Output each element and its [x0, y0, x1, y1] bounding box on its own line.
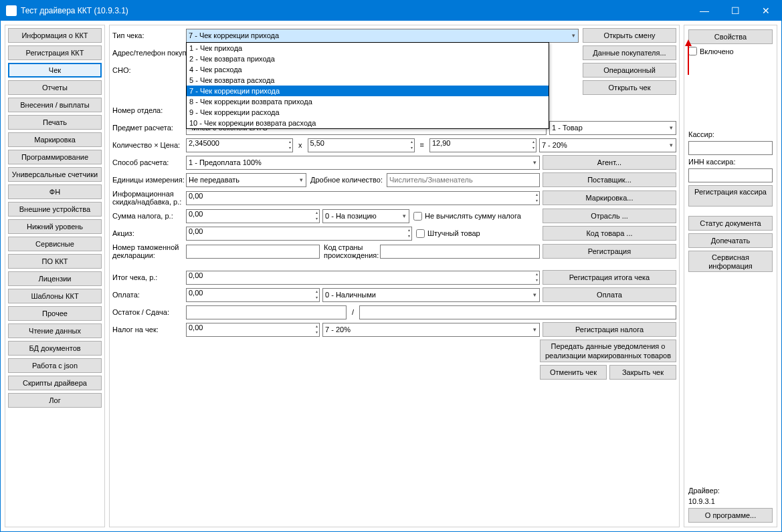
buyer-data-button[interactable]: Данные покупателя... — [583, 45, 676, 60]
dropdown-option[interactable]: 7 - Чек коррекции прихода — [187, 86, 549, 96]
label-driver: Драйвер: — [688, 487, 773, 495]
nav-item-14[interactable]: Лицензии — [8, 271, 102, 286]
zakryt-button[interactable]: Закрыть чек — [609, 365, 676, 380]
inn-kassira-input[interactable] — [688, 168, 773, 182]
ostatok-input[interactable] — [186, 305, 347, 319]
open-shift-button[interactable]: Открыть смену — [583, 28, 676, 43]
sposob-combo[interactable]: 1 - Предоплата 100% — [186, 156, 540, 170]
minimize-button[interactable]: — — [689, 1, 720, 21]
close-button[interactable]: ✕ — [751, 1, 781, 21]
nav-item-3[interactable]: Отчеты — [8, 80, 102, 95]
markirovka-button[interactable]: Маркировка... — [543, 190, 676, 205]
nav-item-6[interactable]: Маркировка — [8, 132, 102, 147]
label-tip-cheka: Тип чека: — [112, 31, 186, 39]
nav-item-10[interactable]: Внешние устройства — [8, 202, 102, 217]
nav-item-1[interactable]: Регистрация ККТ — [8, 45, 102, 60]
right-panel: Свойства Включено Кассир: ИНН кассира: Р… — [684, 25, 777, 527]
maximize-button[interactable]: ☐ — [720, 1, 751, 21]
aktsiz-input[interactable]: 0,00 — [186, 227, 412, 241]
vklyucheno-checkbox[interactable]: Включено — [688, 47, 773, 55]
sdacha-input[interactable] — [359, 305, 676, 319]
postavshik-button[interactable]: Поставщик... — [543, 172, 676, 187]
nav-item-8[interactable]: Универсальные счетчики — [8, 167, 102, 182]
reg-naloga-button[interactable]: Регистрация налога — [543, 322, 676, 337]
nav-item-20[interactable]: Скрипты драйвера — [8, 376, 102, 390]
ne-vychislyat-checkbox[interactable]: Не вычислять сумму налога — [413, 212, 543, 221]
reg-itoga-button[interactable]: Регистрация итога чека — [543, 270, 676, 285]
annotation-arrow-right — [682, 38, 695, 78]
main-panel: Тип чека: 7 - Чек коррекции прихода Откр… — [109, 25, 680, 527]
label-x: x — [293, 141, 308, 149]
agent-button[interactable]: Агент... — [543, 155, 676, 170]
dropdown-option[interactable]: 8 - Чек коррекции возврата прихода — [187, 96, 549, 107]
kolvo-input[interactable]: 2,345000 — [186, 138, 293, 152]
label-predmet: Предмет расчета: — [112, 124, 186, 132]
oplata-button[interactable]: Оплата — [543, 287, 676, 302]
summa-naloga-input[interactable]: 0,00 — [186, 209, 320, 223]
nalog-na-chek-input[interactable]: 0,00 — [186, 323, 320, 337]
driver-version: 10.9.3.1 — [688, 497, 773, 505]
label-sposob: Способ расчета: — [112, 158, 186, 166]
reg-kassira-button[interactable]: Регистрация кассира — [688, 185, 773, 207]
nav-item-9[interactable]: ФН — [8, 184, 102, 199]
servisnaya-button[interactable]: Сервисная информация — [688, 251, 773, 272]
nav-item-0[interactable]: Информация о ККТ — [8, 28, 102, 43]
oplata-type-combo[interactable]: 0 - Наличными — [322, 288, 540, 302]
nav-item-18[interactable]: БД документов — [8, 341, 102, 356]
nomer-tamozh-input[interactable] — [186, 245, 320, 259]
nav-item-5[interactable]: Печать — [8, 115, 102, 130]
label-info-skidka: Информационная скидка/надбавка, р.: — [112, 190, 186, 206]
dropdown-option[interactable]: 9 - Чек коррекции расхода — [187, 107, 549, 118]
nav-item-17[interactable]: Чтение данных — [8, 323, 102, 338]
na-poziciyu-combo[interactable]: 0 - На позицию — [322, 209, 409, 223]
o-programme-button[interactable]: О программе... — [688, 508, 773, 523]
otrasl-button[interactable]: Отрасль ... — [543, 209, 676, 223]
shtuchny-checkbox[interactable]: Штучный товар — [416, 229, 543, 238]
label-sno: СНО: — [112, 66, 186, 74]
info-skidka-input[interactable]: 0,00 — [186, 191, 540, 205]
open-check-button[interactable]: Открыть чек — [583, 80, 676, 95]
dropdown-option[interactable]: 10 - Чек коррекции возврата расхода — [187, 118, 549, 128]
dropdown-option[interactable]: 4 - Чек расхода — [187, 64, 549, 75]
kod-tovara-button[interactable]: Код товара ... — [543, 226, 676, 241]
kod-strany-input[interactable] — [380, 245, 540, 259]
nav-item-19[interactable]: Работа с json — [8, 358, 102, 373]
oplata-input[interactable]: 0,00 — [186, 288, 320, 302]
label-slash: / — [347, 308, 359, 316]
nalog-stavka-combo[interactable]: 7 - 20% — [539, 138, 676, 152]
tip-cheka-dropdown[interactable]: 1 - Чек прихода2 - Чек возврата прихода4… — [186, 42, 549, 129]
label-drobnoe: Дробное количество: — [306, 176, 387, 184]
dropdown-option[interactable]: 5 - Чек возврата расхода — [187, 75, 549, 86]
label-eq: = — [415, 141, 429, 149]
oper-rekvizit-button[interactable]: Операционный реквизит... — [583, 63, 676, 78]
nav-item-12[interactable]: Сервисные — [8, 237, 102, 251]
label-oplata: Оплата: — [112, 291, 186, 299]
nav-item-2[interactable]: Чек — [8, 63, 102, 78]
registraciya-button[interactable]: Регистрация — [543, 244, 676, 259]
ed-izm-combo[interactable]: Не передавать — [186, 173, 306, 187]
svoystva-button[interactable]: Свойства — [688, 29, 773, 44]
dopechatat-button[interactable]: Допечатать — [688, 233, 773, 248]
drobnoe-input[interactable] — [387, 173, 540, 187]
dropdown-option[interactable]: 2 - Чек возврата прихода — [187, 53, 549, 64]
nav-item-11[interactable]: Нижний уровень — [8, 219, 102, 234]
dropdown-option[interactable]: 1 - Чек прихода — [187, 43, 549, 53]
raschet-input[interactable]: 12,90 — [429, 138, 536, 152]
cena-input[interactable]: 5,50 — [308, 138, 415, 152]
nalog-stavka2-combo[interactable]: 7 - 20% — [322, 323, 540, 337]
nav-item-13[interactable]: ПО ККТ — [8, 254, 102, 269]
otmenit-button[interactable]: Отменить чек — [540, 365, 607, 380]
nav-item-7[interactable]: Программирование — [8, 150, 102, 164]
itog-input[interactable]: 0,00 — [186, 271, 540, 285]
kassir-input[interactable] — [688, 141, 773, 155]
nav-item-16[interactable]: Прочее — [8, 306, 102, 321]
app-icon — [6, 5, 17, 16]
nav-item-4[interactable]: Внесения / выплаты — [8, 98, 102, 112]
tip-cheka-combo[interactable]: 7 - Чек коррекции прихода — [186, 29, 579, 43]
nav-item-15[interactable]: Шаблоны ККТ — [8, 289, 102, 303]
tovar-type-combo[interactable]: 1 - Товар — [549, 121, 676, 135]
peredat-button[interactable]: Передать данные уведомления о реализации… — [540, 340, 676, 362]
label-ostatok: Остаток / Сдача: — [112, 308, 186, 316]
status-doc-button[interactable]: Статус документа — [688, 216, 773, 231]
nav-item-21[interactable]: Лог — [8, 393, 102, 408]
